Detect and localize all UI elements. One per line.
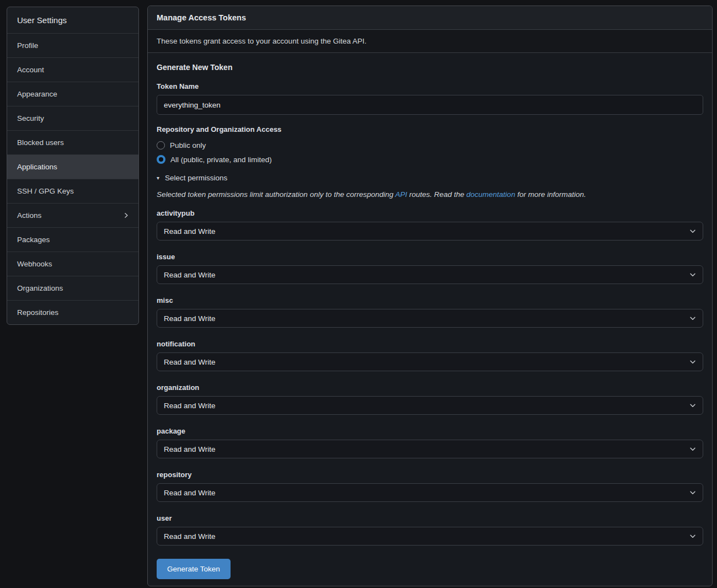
radio-label: Public only	[170, 141, 206, 149]
scope-block: notification Read and Write	[157, 340, 703, 371]
scope-block: activitypub Read and Write	[157, 209, 703, 240]
generate-token-form: Generate New Token Token Name Repository…	[148, 53, 712, 586]
scope-list: activitypub Read and Write issue Read an…	[157, 209, 703, 546]
sidebar-item-label: Blocked users	[17, 138, 64, 147]
panel-title: Manage Access Tokens	[148, 6, 712, 30]
api-link[interactable]: API	[395, 190, 407, 199]
sidebar-item-label: Appearance	[17, 90, 57, 98]
scope-label: repository	[157, 471, 703, 479]
scope-select[interactable]: Read and Write	[157, 309, 703, 328]
token-name-input[interactable]	[157, 95, 703, 115]
note-text: for more information.	[515, 190, 586, 199]
sidebar-item-label: Account	[17, 66, 44, 74]
sidebar-item[interactable]: Blocked users	[7, 130, 138, 154]
radio-label: All (public, private, and limited)	[170, 156, 272, 164]
scope-block: repository Read and Write	[157, 471, 703, 502]
sidebar-item-label: Profile	[17, 41, 38, 50]
scope-block: user Read and Write	[157, 514, 703, 546]
panel-description: These tokens grant access to your accoun…	[148, 30, 712, 53]
manage-tokens-panel: Manage Access Tokens These tokens grant …	[147, 6, 713, 586]
scope-select-wrap: Read and Write	[157, 222, 703, 240]
access-radio-option[interactable]: All (public, private, and limited)	[157, 152, 703, 167]
radio-icon[interactable]	[157, 141, 165, 149]
scope-select-wrap: Read and Write	[157, 396, 703, 415]
sidebar-item-label: SSH / GPG Keys	[17, 187, 74, 195]
sidebar-item[interactable]: Applications	[7, 154, 138, 179]
scope-select-wrap: Read and Write	[157, 352, 703, 371]
scope-select-wrap: Read and Write	[157, 483, 703, 502]
scope-block: package Read and Write	[157, 427, 703, 458]
scope-block: misc Read and Write	[157, 296, 703, 328]
scope-select[interactable]: Read and Write	[157, 222, 703, 240]
permissions-note: Selected token permissions limit authori…	[157, 190, 703, 199]
sidebar-item-label: Repositories	[17, 308, 58, 317]
select-permissions-label: Select permissions	[165, 174, 227, 182]
scope-label: organization	[157, 383, 703, 392]
sidebar-menu: Profile Account Appearance Security Bloc…	[7, 33, 138, 324]
section-title: Generate New Token	[157, 63, 703, 72]
sidebar-item[interactable]: SSH / GPG Keys	[7, 179, 138, 203]
scope-select-wrap: Read and Write	[157, 527, 703, 546]
sidebar-item-label: Security	[17, 114, 44, 122]
page: User Settings Profile Account Appearance…	[0, 0, 717, 588]
token-name-label: Token Name	[157, 82, 703, 90]
sidebar-item[interactable]: Appearance	[7, 82, 138, 106]
scope-select[interactable]: Read and Write	[157, 396, 703, 415]
scope-select-wrap: Read and Write	[157, 440, 703, 458]
select-permissions-toggle[interactable]: ▾ Select permissions	[157, 174, 227, 182]
scope-label: misc	[157, 296, 703, 304]
documentation-link[interactable]: documentation	[467, 190, 516, 199]
scope-select[interactable]: Read and Write	[157, 440, 703, 458]
scope-label: issue	[157, 253, 703, 261]
sidebar-item[interactable]: Packages	[7, 227, 138, 252]
access-radio-option[interactable]: Public only	[157, 138, 703, 152]
scope-label: notification	[157, 340, 703, 348]
scope-select[interactable]: Read and Write	[157, 483, 703, 502]
sidebar-item-label: Organizations	[17, 284, 63, 292]
scope-select-wrap: Read and Write	[157, 265, 703, 284]
sidebar-item-label: Webhooks	[17, 260, 52, 268]
sidebar-item[interactable]: Webhooks	[7, 252, 138, 276]
scope-select[interactable]: Read and Write	[157, 352, 703, 371]
scope-label: package	[157, 427, 703, 435]
note-text: routes. Read the	[407, 190, 466, 199]
settings-sidebar: User Settings Profile Account Appearance…	[7, 7, 139, 325]
sidebar-item-label: Applications	[17, 163, 57, 171]
scope-select-wrap: Read and Write	[157, 309, 703, 328]
access-scope-label: Repository and Organization Access	[157, 125, 703, 133]
scope-label: user	[157, 514, 703, 522]
scope-block: issue Read and Write	[157, 253, 703, 284]
sidebar-item-label: Actions	[17, 211, 41, 220]
scope-block: organization Read and Write	[157, 383, 703, 415]
access-radio-group: Public only All (public, private, and li…	[157, 138, 703, 167]
sidebar-item[interactable]: Security	[7, 106, 138, 130]
scope-label: activitypub	[157, 209, 703, 217]
note-text: Selected token permissions limit authori…	[157, 190, 395, 199]
sidebar-item[interactable]: Account	[7, 57, 138, 82]
sidebar-item-label: Packages	[17, 236, 50, 244]
scope-select[interactable]: Read and Write	[157, 527, 703, 546]
sidebar-item[interactable]: Repositories	[7, 300, 138, 324]
scope-select[interactable]: Read and Write	[157, 265, 703, 284]
sidebar-item[interactable]: Profile	[7, 33, 138, 57]
sidebar-item[interactable]: Actions	[7, 203, 138, 227]
sidebar-item[interactable]: Organizations	[7, 276, 138, 300]
radio-icon[interactable]	[157, 155, 165, 164]
chevron-right-icon	[122, 212, 130, 219]
generate-token-button[interactable]: Generate Token	[157, 559, 231, 579]
sidebar-title: User Settings	[7, 7, 138, 33]
collapse-triangle-icon: ▾	[157, 175, 159, 181]
